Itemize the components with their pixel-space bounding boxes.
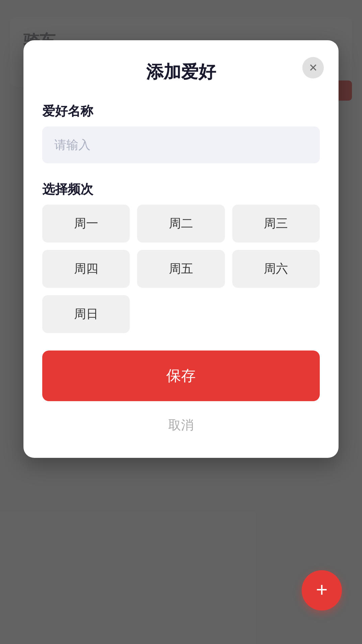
- modal-title: 添加爱好: [42, 60, 320, 84]
- add-fab-button[interactable]: +: [302, 570, 342, 610]
- day-button-sun[interactable]: 周日: [42, 295, 130, 333]
- modal-close-button[interactable]: ✕: [302, 57, 324, 78]
- frequency-section: 选择频次 周一 周二 周三 周四 周五 周六 周日: [42, 181, 320, 333]
- hobby-name-input[interactable]: [42, 126, 320, 163]
- cancel-button[interactable]: 取消: [42, 411, 320, 439]
- hobby-name-label: 爱好名称: [42, 103, 320, 120]
- day-button-tue[interactable]: 周二: [137, 205, 225, 243]
- close-icon: ✕: [309, 61, 318, 74]
- day-grid: 周一 周二 周三 周四 周五 周六 周日: [42, 205, 320, 333]
- add-hobby-modal: 添加爱好 爱好名称 选择频次 周一 周二 周三 周四 周五 周六 周日 保存 取…: [23, 40, 339, 458]
- frequency-label: 选择频次: [42, 181, 320, 198]
- day-button-wed[interactable]: 周三: [232, 205, 320, 243]
- day-button-fri[interactable]: 周五: [137, 250, 225, 288]
- day-button-mon[interactable]: 周一: [42, 205, 130, 243]
- plus-icon: +: [316, 580, 327, 600]
- day-button-thu[interactable]: 周四: [42, 250, 130, 288]
- day-button-sat[interactable]: 周六: [232, 250, 320, 288]
- save-button[interactable]: 保存: [42, 351, 320, 401]
